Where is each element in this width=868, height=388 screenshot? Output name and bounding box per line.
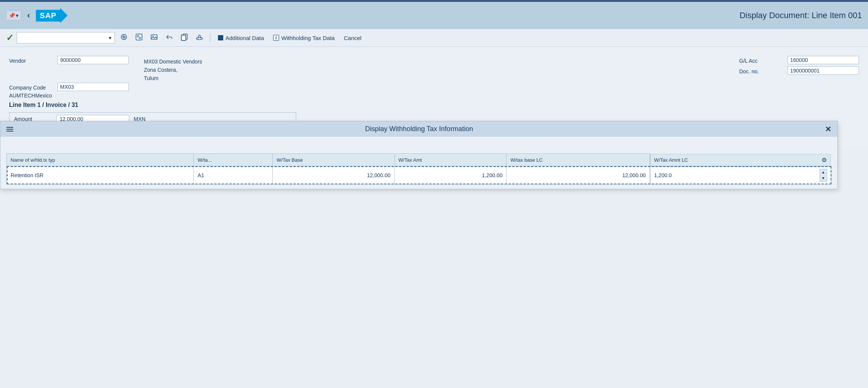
toolbar-icon-group[interactable]: 📌 ▾ bbox=[6, 11, 21, 20]
col-wtax-base: W/Tax Base bbox=[273, 154, 394, 166]
table-header-row: Name of w/hld.tx typ W/ta... W/Tax Base … bbox=[7, 154, 831, 166]
dropdown-arrow-icon: ▾ bbox=[16, 12, 19, 19]
cell-wtax-base-lc: 12,000.00 bbox=[507, 166, 650, 184]
return-icon-button[interactable] bbox=[163, 32, 175, 43]
back-button[interactable]: ‹ bbox=[24, 11, 33, 20]
cell-wta: A1 bbox=[194, 166, 273, 184]
doc-no-group: Doc. no. bbox=[739, 66, 859, 75]
table-row: Retention ISR A1 12,000.00 1,200.00 12,0… bbox=[7, 166, 831, 184]
wand-icon-button[interactable] bbox=[118, 32, 130, 43]
vendor-description: MX03 Domestic Vendors bbox=[144, 57, 219, 65]
pin-icon: 📌 bbox=[9, 12, 15, 19]
scroll-buttons[interactable]: ▲ ▼ bbox=[820, 169, 827, 182]
settings-icon[interactable]: ⚙ bbox=[822, 156, 827, 164]
company-name: AUMTECHMexico bbox=[9, 93, 859, 99]
swap-icon-button[interactable] bbox=[133, 32, 145, 43]
toolbar-separator bbox=[210, 33, 210, 42]
cell-wtax-amnt-lc-value: 1,200.0 bbox=[654, 172, 672, 178]
page-title: Display Document: Line Item 001 bbox=[740, 11, 862, 20]
svg-rect-10 bbox=[181, 35, 186, 40]
company-code-label: Company Code bbox=[9, 83, 54, 91]
col-wtax-amt: W/Tax Amt bbox=[394, 154, 507, 166]
dropdown-arrow-icon: ▾ bbox=[109, 35, 111, 41]
cell-wtax-amt: 1,200.00 bbox=[394, 166, 507, 184]
cancel-button[interactable]: Cancel bbox=[341, 33, 364, 43]
company-name-text: AUMTECHMexico bbox=[9, 91, 52, 99]
vendor-input[interactable] bbox=[57, 56, 129, 64]
view-dropdown[interactable]: ▾ bbox=[17, 32, 115, 43]
copy-icon-button[interactable] bbox=[178, 32, 190, 43]
vendor-addr1: Zona Costera, bbox=[144, 65, 219, 73]
sap-logo: SAP bbox=[36, 8, 68, 23]
company-code-group: Company Code bbox=[9, 83, 859, 91]
menu-line-3 bbox=[6, 131, 13, 131]
additional-data-label: Additional Data bbox=[225, 35, 264, 41]
col-name: Name of w/hld.tx typ bbox=[7, 154, 194, 166]
svg-point-8 bbox=[153, 36, 154, 37]
cell-wtax-amnt-lc: 1,200.0 ▲ ▼ bbox=[650, 166, 831, 184]
scroll-up-button[interactable]: ▲ bbox=[820, 169, 827, 175]
checkmark-button[interactable]: ✓ bbox=[6, 32, 14, 43]
additional-data-icon bbox=[218, 35, 223, 40]
additional-data-button[interactable]: Additional Data bbox=[215, 33, 267, 43]
vendor-addr2: Tulum bbox=[144, 74, 219, 81]
svg-point-12 bbox=[196, 37, 202, 40]
gl-acc-label: G/L Acc bbox=[739, 56, 785, 64]
swap-icon bbox=[135, 33, 143, 43]
hat-icon-button[interactable] bbox=[193, 32, 205, 43]
withholding-tax-data-button[interactable]: i Withholding Tax Data bbox=[270, 33, 338, 43]
vendor-label: Vendor bbox=[9, 56, 54, 64]
wand-icon bbox=[120, 33, 128, 43]
menu-line-1 bbox=[6, 127, 13, 128]
vendor-group: Vendor bbox=[9, 56, 129, 64]
gl-acc-group: G/L Acc bbox=[739, 56, 859, 64]
col-wtax-base-lc: W/tax base LC bbox=[507, 154, 650, 166]
withholding-tax-info-icon: i bbox=[273, 35, 279, 41]
withholding-tax-table: Name of w/hld.tx typ W/ta... W/Tax Base … bbox=[6, 153, 831, 184]
cell-wtax-base: 12,000.00 bbox=[273, 166, 394, 184]
svg-rect-6 bbox=[139, 37, 141, 39]
modal-close-button[interactable]: ✕ bbox=[825, 125, 831, 133]
hat-icon bbox=[196, 33, 203, 43]
cell-name: Retention ISR bbox=[7, 166, 194, 184]
modal-menu-icon[interactable] bbox=[6, 127, 13, 131]
return-icon bbox=[165, 33, 173, 43]
col-wta: W/ta... bbox=[194, 154, 273, 166]
image-icon bbox=[150, 33, 158, 43]
modal-header: Display Withholding Tax Information ✕ bbox=[0, 121, 837, 137]
image-icon-button[interactable] bbox=[148, 32, 160, 43]
doc-no-label: Doc. no. bbox=[739, 67, 785, 74]
app-header: 📌 ▾ ‹ SAP Display Document: Line Item 00… bbox=[0, 2, 868, 29]
withholding-tax-modal: Display Withholding Tax Information ✕ Na… bbox=[0, 121, 838, 189]
modal-title: Display Withholding Tax Information bbox=[18, 125, 820, 133]
col-wtax-amnt-lc: W/Tax Amnt LC ⚙ bbox=[650, 154, 831, 166]
line-item-title: Line Item 1 / Invoice / 31 bbox=[9, 102, 859, 108]
modal-spacer bbox=[0, 137, 837, 149]
doc-no-input[interactable] bbox=[788, 66, 859, 75]
company-code-input[interactable] bbox=[57, 83, 129, 91]
scroll-down-button[interactable]: ▼ bbox=[820, 175, 827, 181]
gl-acc-input[interactable] bbox=[788, 56, 859, 64]
sap-logo-triangle bbox=[60, 8, 68, 23]
svg-rect-5 bbox=[137, 35, 139, 37]
col-wtax-amnt-lc-label: W/Tax Amnt LC bbox=[654, 157, 688, 163]
table-container: Name of w/hld.tx typ W/ta... W/Tax Base … bbox=[0, 149, 837, 189]
header-left: 📌 ▾ ‹ SAP bbox=[6, 8, 68, 23]
copy-icon bbox=[181, 33, 188, 43]
sap-logo-text: SAP bbox=[36, 10, 60, 22]
menu-line-2 bbox=[6, 129, 13, 130]
main-toolbar: ✓ ▾ bbox=[0, 29, 868, 47]
withholding-tax-data-label: Withholding Tax Data bbox=[281, 35, 335, 41]
svg-rect-7 bbox=[151, 35, 157, 39]
